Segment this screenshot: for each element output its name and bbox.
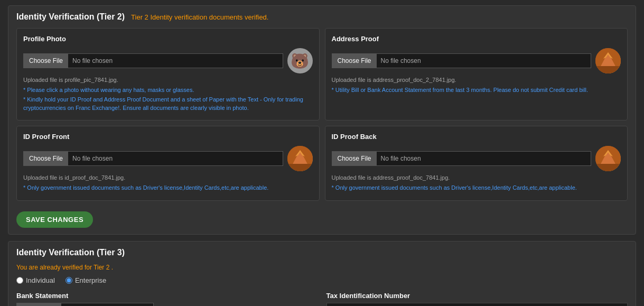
tier2-subtitle: Tier 2 Identity verification documents v…	[131, 13, 268, 21]
address-proof-preview	[595, 48, 621, 73]
tax-id-group: Tax Identification Number	[326, 292, 628, 306]
id-proof-front-choose-btn[interactable]: Choose File	[24, 151, 68, 166]
id-proof-back-note1: * Only government issued documents such …	[332, 184, 621, 192]
address-proof-note1: * Utility Bill or Bank Account Statement…	[332, 86, 621, 94]
enterprise-radio-option[interactable]: Enterprise	[66, 276, 106, 284]
tier3-verified-text: You are already verified for Tier 2 .	[16, 264, 628, 271]
profile-photo-file-input[interactable]: Choose File No file chosen	[23, 53, 283, 68]
bank-statement-row: Choose File No file chosen Uploaded file…	[16, 303, 318, 306]
profile-photo-file-name: No file chosen	[68, 57, 113, 64]
profile-photo-uploaded: Uploaded file is profile_pic_7841.jpg.	[23, 77, 313, 83]
svg-rect-3	[595, 66, 621, 73]
individual-radio-option[interactable]: Individual	[16, 276, 55, 284]
id-proof-back-choose-btn[interactable]: Choose File	[332, 151, 377, 166]
address-proof-file-input[interactable]: Choose File No file chosen	[332, 53, 592, 68]
address-proof-uploaded: Uploaded file is address_proof_doc_2_784…	[332, 77, 621, 83]
address-proof-file-name: No file chosen	[377, 57, 421, 64]
profile-photo-note2: * Kindly hold your ID Proof and Address …	[23, 96, 313, 112]
id-proof-back-preview	[595, 146, 621, 171]
profile-photo-choose-btn[interactable]: Choose File	[24, 53, 68, 68]
id-proof-front-file-name: No file chosen	[68, 155, 113, 162]
bank-statement-group: Bank Statement Choose File No file chose…	[16, 292, 318, 306]
svg-rect-11	[595, 164, 621, 171]
id-proof-back-file-input[interactable]: Choose File No file chosen	[332, 151, 592, 166]
tier3-radio-row: Individual Enterprise	[16, 276, 628, 284]
id-proof-front-file-input[interactable]: Choose File No file chosen	[23, 151, 283, 166]
bank-statement-label: Bank Statement	[16, 292, 318, 300]
id-proof-front-card: ID Proof Front Choose File No file chose…	[16, 126, 320, 200]
address-proof-upload-row: Choose File No file chosen	[332, 48, 621, 73]
address-proof-title: Address Proof	[332, 35, 621, 43]
id-proof-back-title: ID Proof Back	[332, 133, 621, 141]
tier2-title: Identity Verification (Tier 2)	[16, 12, 125, 22]
profile-photo-title: Profile Photo	[23, 35, 313, 43]
id-proof-front-title: ID Proof Front	[23, 133, 313, 141]
id-proof-front-preview	[287, 146, 313, 171]
bank-statement-choose-btn[interactable]: Choose File	[17, 303, 61, 306]
id-proof-back-card: ID Proof Back Choose File No file chosen	[325, 126, 628, 200]
profile-photo-upload-row: Choose File No file chosen 🐻	[23, 48, 313, 73]
enterprise-radio[interactable]	[66, 277, 72, 284]
tier3-title: Identity Verification (Tier 3)	[16, 248, 125, 257]
tier2-header: Identity Verification (Tier 2) Tier 2 Id…	[16, 12, 628, 22]
individual-label: Individual	[26, 276, 55, 284]
id-proof-back-uploaded: Uploaded file is address_proof_doc_7841.…	[332, 174, 621, 181]
profile-photo-preview: 🐻	[287, 48, 313, 73]
svg-rect-7	[287, 164, 313, 171]
tier3-header: Identity Verification (Tier 3)	[16, 248, 628, 257]
tier2-section: Identity Verification (Tier 2) Tier 2 Id…	[8, 5, 636, 235]
tier2-save-btn[interactable]: SAVE CHANGES	[16, 211, 93, 228]
tax-id-label: Tax Identification Number	[326, 292, 628, 300]
individual-radio[interactable]	[16, 277, 23, 284]
tier2-grid: Profile Photo Choose File No file chosen…	[16, 28, 628, 201]
id-proof-back-upload-row: Choose File No file chosen	[332, 146, 621, 171]
id-proof-front-uploaded: Uploaded file is id_proof_doc_7841.jpg.	[23, 174, 313, 181]
profile-photo-note1: * Please click a photo without wearing a…	[23, 86, 313, 94]
address-proof-card: Address Proof Choose File No file chosen	[325, 28, 628, 120]
tier3-section: Identity Verification (Tier 3) You are a…	[8, 241, 636, 306]
bank-statement-file-input[interactable]: Choose File No file chosen	[16, 303, 154, 306]
tax-id-input[interactable]	[326, 303, 628, 306]
enterprise-label: Enterprise	[75, 276, 106, 284]
id-proof-front-note1: * Only government issued documents such …	[23, 184, 313, 192]
profile-photo-card: Profile Photo Choose File No file chosen…	[16, 28, 320, 120]
address-proof-choose-btn[interactable]: Choose File	[332, 53, 377, 68]
id-proof-back-file-name: No file chosen	[377, 155, 421, 162]
id-proof-front-upload-row: Choose File No file chosen	[23, 146, 313, 171]
tier3-two-col: Bank Statement Choose File No file chose…	[16, 292, 628, 306]
